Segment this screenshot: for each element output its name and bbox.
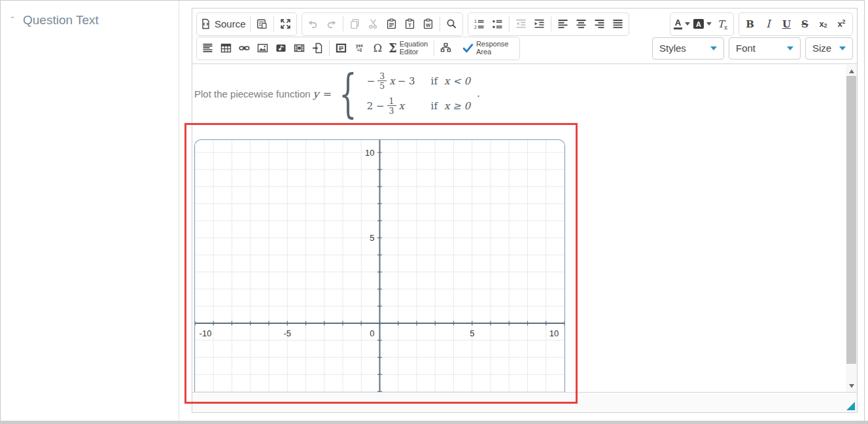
indent-button[interactable] [530, 14, 548, 33]
insert-image-button[interactable] [254, 39, 271, 58]
sitemap-button[interactable] [437, 39, 455, 58]
numbered-list-icon: 12 [474, 18, 485, 29]
response-area-label: ResponseArea [476, 41, 509, 56]
svg-text:10: 10 [549, 328, 559, 338]
subscript-icon: x2 [819, 19, 827, 29]
styles-dropdown[interactable]: Styles [652, 37, 724, 60]
equation-editor-button[interactable]: Σ EquationEditor [387, 39, 431, 58]
image-icon [257, 43, 268, 54]
source-icon [200, 18, 211, 29]
response-area-button[interactable]: ResponseArea [455, 39, 517, 58]
chevron-down-icon [706, 22, 712, 26]
text-color-icon: A [674, 18, 682, 29]
editor-toolbar: Source [192, 9, 857, 64]
cut-icon [368, 18, 379, 29]
group-document: Source [196, 12, 297, 36]
source-button-label: Source [215, 18, 246, 29]
outdent-icon [515, 18, 527, 29]
coordinate-grid-board[interactable]: -10-50510105 [194, 139, 565, 392]
search-icon [446, 18, 457, 29]
superscript-button[interactable]: x2 [833, 14, 850, 33]
group-paragraph: 12 [468, 12, 629, 36]
paste-from-word-button[interactable]: W [419, 14, 437, 33]
case2-expression: 2 −13x [367, 97, 415, 115]
bold-button[interactable]: B [741, 14, 759, 33]
maximize-button[interactable] [277, 14, 294, 33]
justify-button[interactable] [609, 14, 627, 33]
svg-text:1: 1 [474, 19, 477, 24]
equation-editor-label: EquationEditor [400, 41, 428, 56]
undo-icon [307, 18, 319, 29]
text-color-button[interactable]: A [672, 14, 691, 33]
paste-from-word-icon: W [423, 18, 434, 29]
underline-button[interactable]: U [778, 14, 795, 33]
copy-button[interactable] [346, 14, 364, 33]
svg-text:5: 5 [370, 233, 374, 243]
font-dropdown[interactable]: Font [729, 37, 801, 60]
cut-button[interactable] [364, 14, 382, 33]
toolbar-row-2: y±x÷3 Ω Σ EquationEditor Re [196, 36, 853, 60]
scrollbar-thumb[interactable] [846, 76, 856, 364]
coordinate-grid-svg: -10-50510105 [195, 140, 564, 392]
svg-text:-10: -10 [200, 328, 212, 338]
sentence-period: . [477, 88, 480, 99]
copy-icon [349, 18, 360, 29]
scroll-up-arrow[interactable] [846, 66, 857, 76]
case1-condition: ifx < 0 [431, 75, 470, 87]
arrow-down-icon [849, 384, 854, 388]
align-right-icon [594, 18, 605, 29]
find-button[interactable] [443, 14, 460, 33]
remove-format-button[interactable]: Tx [714, 14, 731, 33]
align-left-button[interactable] [554, 14, 572, 33]
insert-link-button[interactable] [235, 39, 253, 58]
undo-button[interactable] [304, 14, 322, 33]
line-spacing-button[interactable] [199, 39, 217, 58]
insert-video-button[interactable] [290, 39, 308, 58]
window-bottom-edge [0, 421, 868, 424]
insert-table-button[interactable] [217, 39, 235, 58]
insert-media-button[interactable] [272, 39, 290, 58]
paste-button[interactable] [383, 14, 400, 33]
remove-format-icon: Tx [718, 18, 727, 30]
svg-text:5: 5 [470, 328, 474, 338]
editor-content-area[interactable]: Plot the piecewise function y = { −35x− … [192, 64, 846, 393]
iframe-button[interactable] [332, 39, 350, 58]
background-color-icon: A [693, 19, 704, 29]
import-document-button[interactable] [309, 39, 326, 58]
bulleted-list-button[interactable] [489, 14, 506, 33]
case1-expression: −35x− 3 [367, 72, 415, 90]
chevron-down-icon [685, 22, 690, 26]
subscript-button[interactable]: x2 [814, 14, 832, 33]
paste-plain-text-button[interactable]: T [401, 14, 419, 33]
redo-button[interactable] [322, 14, 340, 33]
templates-button[interactable] [253, 14, 271, 33]
align-center-button[interactable] [572, 14, 590, 33]
piecewise-cases: −35x− 3 ifx < 0 2 −13x ifx ≥ 0 [367, 72, 470, 116]
scroll-down-arrow[interactable] [846, 381, 857, 391]
background-color-button[interactable]: A [692, 14, 713, 33]
math-formula-button[interactable]: y±x÷3 [351, 39, 368, 58]
group-clipboard: T W [302, 12, 463, 36]
math-brace: { [339, 70, 356, 117]
media-embed-icon [275, 43, 286, 54]
chevron-down-icon [839, 46, 846, 50]
response-check-icon [462, 43, 474, 54]
size-dropdown[interactable]: Size [805, 37, 853, 60]
align-right-button[interactable] [591, 14, 608, 33]
italic-button[interactable]: I [759, 14, 777, 33]
resize-handle-icon[interactable] [846, 402, 855, 410]
numbered-list-button[interactable]: 12 [470, 14, 488, 33]
source-button[interactable]: Source [199, 14, 247, 33]
vertical-scrollbar[interactable] [846, 65, 857, 393]
arrow-up-icon [849, 69, 854, 73]
rich-text-editor: Source [192, 8, 858, 413]
group-colors: A A Tx [670, 12, 734, 36]
collapse-toggle[interactable]: - [10, 10, 14, 24]
svg-text:T: T [408, 22, 411, 28]
special-character-button[interactable]: Ω [369, 39, 387, 58]
chevron-down-icon [710, 46, 717, 50]
strikethrough-button[interactable]: S [796, 14, 814, 33]
redo-icon [326, 18, 337, 29]
film-strip-icon [294, 43, 305, 54]
outdent-button[interactable] [512, 14, 530, 33]
